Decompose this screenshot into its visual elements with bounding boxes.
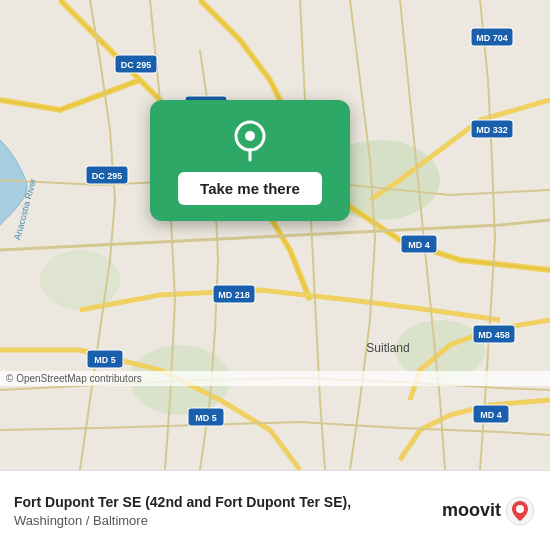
- svg-text:MD 218: MD 218: [218, 290, 250, 300]
- svg-text:DC 295: DC 295: [121, 60, 152, 70]
- map-container: DC 295 DC 295 DC 295 MD 704 MD 332 MD 4 …: [0, 0, 550, 470]
- copyright-bar: © OpenStreetMap contributors: [0, 371, 550, 386]
- svg-text:MD 4: MD 4: [408, 240, 430, 250]
- location-subtitle: Washington / Baltimore: [14, 513, 432, 528]
- moovit-text: moovit: [442, 500, 501, 521]
- location-popup: Take me there: [150, 100, 350, 221]
- svg-text:MD 704: MD 704: [476, 33, 508, 43]
- svg-text:MD 5: MD 5: [94, 355, 116, 365]
- map-svg: DC 295 DC 295 DC 295 MD 704 MD 332 MD 4 …: [0, 0, 550, 470]
- svg-text:MD 4: MD 4: [480, 410, 502, 420]
- svg-text:MD 5: MD 5: [195, 413, 217, 423]
- moovit-logo: moovit: [442, 495, 536, 527]
- svg-point-33: [516, 505, 524, 513]
- take-me-there-button[interactable]: Take me there: [178, 172, 322, 205]
- copyright-text: © OpenStreetMap contributors: [6, 373, 142, 384]
- svg-text:Suitland: Suitland: [366, 341, 409, 355]
- svg-text:MD 458: MD 458: [478, 330, 510, 340]
- svg-point-31: [245, 131, 255, 141]
- location-info: Fort Dupont Ter SE (42nd and Fort Dupont…: [14, 493, 442, 528]
- info-bar: Fort Dupont Ter SE (42nd and Fort Dupont…: [0, 470, 550, 550]
- moovit-icon: [504, 495, 536, 527]
- location-title: Fort Dupont Ter SE (42nd and Fort Dupont…: [14, 493, 432, 511]
- svg-text:DC 295: DC 295: [92, 171, 123, 181]
- location-pin-icon: [228, 118, 272, 162]
- svg-text:MD 332: MD 332: [476, 125, 508, 135]
